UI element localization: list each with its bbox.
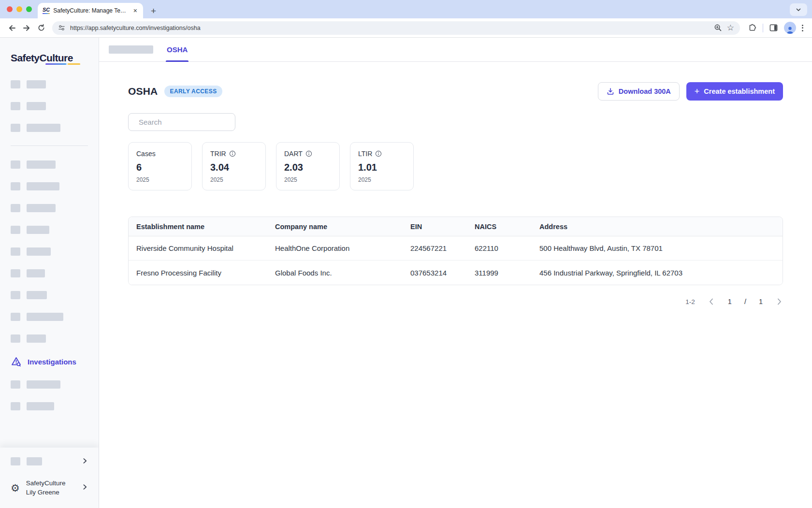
sidebar-item-skeleton bbox=[11, 291, 88, 299]
sidebar-item-skeleton bbox=[11, 313, 88, 321]
side-panel-icon[interactable] bbox=[769, 23, 778, 32]
tab-skeleton bbox=[109, 45, 153, 54]
download-300a-button[interactable]: Download 300A bbox=[598, 82, 680, 101]
current-page: 1 bbox=[728, 298, 732, 305]
tab-search-button[interactable] bbox=[790, 3, 807, 16]
zoom-icon[interactable] bbox=[714, 24, 722, 32]
plus-icon: + bbox=[695, 87, 700, 96]
column-header: NAICS bbox=[467, 223, 532, 231]
sidebar: SafetyCulture Investigations bbox=[0, 38, 99, 508]
back-icon bbox=[8, 24, 16, 32]
new-tab-button[interactable]: + bbox=[151, 6, 156, 15]
back-button[interactable] bbox=[5, 21, 19, 35]
sidebar-footer: ⚙ SafetyCulture Lily Greene bbox=[0, 448, 99, 508]
search-box[interactable] bbox=[128, 113, 235, 131]
browser-tab[interactable]: SC SafetyCulture: Manage Teams and... × bbox=[38, 3, 143, 18]
download-300a-label: Download 300A bbox=[619, 87, 671, 95]
safetyculture-favicon: SC bbox=[43, 7, 50, 14]
browser-chrome: SC SafetyCulture: Manage Teams and... × … bbox=[0, 0, 812, 38]
account-switcher[interactable]: ⚙ SafetyCulture Lily Greene bbox=[11, 479, 88, 497]
reload-button[interactable] bbox=[34, 21, 48, 35]
forward-icon bbox=[22, 24, 31, 32]
next-page-button[interactable] bbox=[775, 298, 783, 305]
reload-icon bbox=[37, 24, 45, 32]
stat-value: 2.03 bbox=[284, 162, 332, 173]
user-name: Lily Greene bbox=[26, 489, 59, 496]
pagination: 1-2 1 / 1 bbox=[128, 298, 783, 305]
logo-gradient-underline bbox=[45, 63, 80, 65]
close-window-button[interactable] bbox=[7, 6, 13, 12]
sidebar-item-investigations[interactable]: Investigations bbox=[11, 356, 88, 367]
info-icon[interactable] bbox=[229, 150, 236, 157]
previous-page-button[interactable] bbox=[708, 298, 715, 305]
cell-establishment-name: Fresno Processing Facility bbox=[129, 269, 267, 277]
stat-year: 2025 bbox=[284, 176, 332, 183]
stat-label: DART bbox=[284, 150, 303, 158]
minimize-window-button[interactable] bbox=[16, 6, 22, 12]
create-establishment-button[interactable]: + Create establishment bbox=[686, 82, 783, 101]
chevron-right-icon bbox=[82, 457, 88, 466]
stat-card-ltir: LTIR 1.01 2025 bbox=[350, 142, 414, 190]
sidebar-item-skeleton bbox=[11, 102, 88, 110]
extensions-icon[interactable] bbox=[748, 23, 757, 32]
stat-card-dart: DART 2.03 2025 bbox=[276, 142, 340, 190]
sidebar-item-skeleton bbox=[11, 182, 88, 190]
sidebar-divider bbox=[11, 145, 88, 146]
table-row[interactable]: Riverside Community Hospital HealthOne C… bbox=[129, 236, 783, 261]
cell-address: 456 Industrial Parkway, Springfield, IL … bbox=[532, 269, 783, 277]
sidebar-item-label: Investigations bbox=[28, 358, 76, 366]
investigations-warning-search-icon bbox=[11, 356, 22, 367]
info-icon[interactable] bbox=[305, 150, 312, 157]
stat-year: 2025 bbox=[358, 176, 406, 183]
download-icon bbox=[607, 87, 614, 95]
stat-label: Cases bbox=[136, 150, 156, 158]
chevron-right-icon bbox=[775, 298, 783, 305]
tab-close-icon[interactable]: × bbox=[132, 7, 138, 15]
person-icon bbox=[785, 26, 795, 34]
browser-tab-strip: SC SafetyCulture: Manage Teams and... × … bbox=[0, 0, 812, 18]
safetyculture-logo: SafetyCulture bbox=[11, 52, 83, 64]
toolbar-right-cluster bbox=[744, 22, 807, 34]
cell-naics: 311999 bbox=[467, 269, 532, 277]
forward-button[interactable] bbox=[19, 21, 34, 35]
header-actions: Download 300A + Create establishment bbox=[598, 82, 783, 101]
search-input[interactable] bbox=[139, 118, 235, 126]
sidebar-item-skeleton bbox=[11, 334, 88, 343]
sidebar-item-skeleton bbox=[11, 226, 88, 234]
browser-menu-button[interactable] bbox=[802, 25, 803, 31]
url-text: https://app.safetyculture.com/investigat… bbox=[70, 25, 709, 31]
sidebar-item-skeleton bbox=[11, 402, 88, 410]
table-row[interactable]: Fresno Processing Facility Global Foods … bbox=[129, 261, 783, 285]
page-separator: / bbox=[744, 298, 746, 305]
cell-ein: 037653214 bbox=[403, 269, 467, 277]
stat-year: 2025 bbox=[136, 176, 184, 183]
profile-avatar[interactable] bbox=[784, 22, 796, 34]
sidebar-footer-skeleton-row[interactable] bbox=[11, 457, 88, 466]
chevron-down-icon bbox=[796, 7, 801, 13]
page-header: OSHA EARLY ACCESS Download 300A + Create… bbox=[128, 82, 783, 101]
tab-osha[interactable]: OSHA bbox=[166, 38, 188, 62]
skeleton-bar bbox=[27, 457, 42, 465]
page-title: OSHA bbox=[128, 86, 158, 97]
pagination-range: 1-2 bbox=[685, 298, 695, 305]
column-header: Establishment name bbox=[129, 223, 267, 231]
establishments-table: Establishment name Company name EIN NAIC… bbox=[128, 217, 783, 285]
early-access-badge: EARLY ACCESS bbox=[164, 86, 222, 97]
stat-card-trir: TRIR 3.04 2025 bbox=[202, 142, 266, 190]
sidebar-item-skeleton bbox=[11, 269, 88, 277]
stat-label: LTIR bbox=[358, 150, 372, 158]
cell-company-name: HealthOne Corporation bbox=[267, 244, 403, 252]
bookmark-star-icon[interactable]: ☆ bbox=[727, 24, 734, 32]
chevron-right-icon bbox=[82, 483, 88, 492]
org-user-label: SafetyCulture Lily Greene bbox=[26, 479, 66, 497]
browser-tab-title: SafetyCulture: Manage Teams and... bbox=[53, 7, 129, 14]
skeleton-icon bbox=[11, 457, 20, 465]
info-icon[interactable] bbox=[375, 150, 382, 157]
org-name: SafetyCulture bbox=[26, 479, 66, 487]
maximize-window-button[interactable] bbox=[26, 6, 32, 12]
address-bar[interactable]: https://app.safetyculture.com/investigat… bbox=[52, 21, 740, 35]
sidebar-item-skeleton bbox=[11, 160, 88, 169]
main-panel: OSHA OSHA EARLY ACCESS Download 300A + C… bbox=[99, 38, 812, 508]
site-settings-icon[interactable] bbox=[58, 24, 65, 31]
sidebar-nav: Investigations bbox=[0, 80, 99, 424]
